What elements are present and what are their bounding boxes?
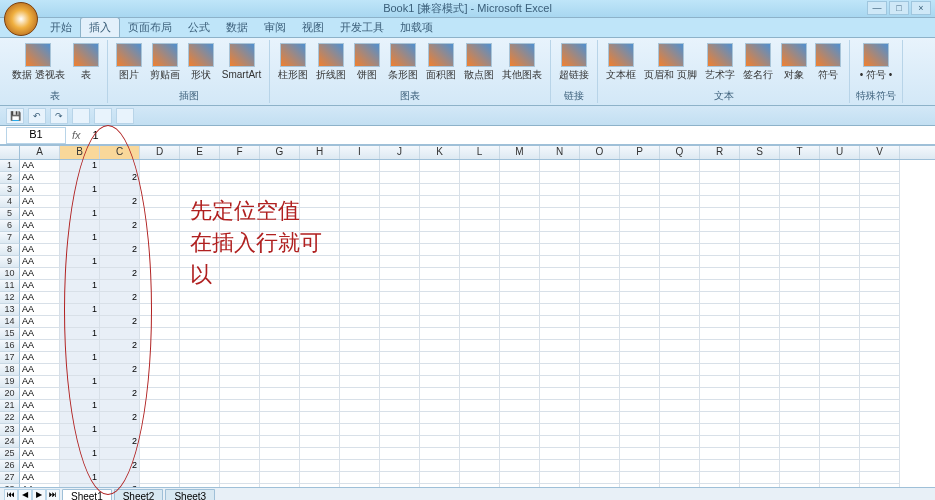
cell[interactable] [820,304,860,316]
cell[interactable] [100,208,140,220]
cell[interactable]: AA [20,388,60,400]
cell[interactable] [60,220,100,232]
cell[interactable] [660,484,700,487]
cell[interactable]: 2 [100,196,140,208]
cell[interactable] [220,424,260,436]
ribbon-item[interactable]: 页眉和 页脚 [642,42,699,81]
cell[interactable] [660,208,700,220]
ribbon-tab[interactable]: 公式 [180,18,218,37]
cell[interactable] [700,412,740,424]
cell[interactable] [340,436,380,448]
cell[interactable] [580,424,620,436]
cell[interactable] [380,436,420,448]
cell[interactable] [700,256,740,268]
cell[interactable] [820,472,860,484]
cell[interactable] [460,280,500,292]
cell[interactable] [420,172,460,184]
cell[interactable] [860,460,900,472]
cell[interactable] [740,244,780,256]
cell[interactable] [500,316,540,328]
column-header[interactable]: L [460,146,500,159]
row-header[interactable]: 17 [0,352,20,364]
cell[interactable]: AA [20,328,60,340]
column-header[interactable]: M [500,146,540,159]
cell[interactable] [500,196,540,208]
cell[interactable] [740,280,780,292]
cell[interactable] [860,160,900,172]
cell[interactable] [740,160,780,172]
cell[interactable] [340,340,380,352]
row-header[interactable]: 11 [0,280,20,292]
row-header[interactable]: 27 [0,472,20,484]
cell[interactable] [260,304,300,316]
cell[interactable] [140,172,180,184]
cell[interactable] [180,196,220,208]
cell[interactable] [540,184,580,196]
cell[interactable] [540,304,580,316]
cell[interactable] [580,232,620,244]
cell[interactable] [220,304,260,316]
cell[interactable] [180,412,220,424]
cell[interactable] [700,292,740,304]
ribbon-item[interactable]: 其他图表 [500,42,544,81]
cell[interactable] [620,472,660,484]
cell[interactable] [380,424,420,436]
cell[interactable] [620,256,660,268]
cell[interactable] [620,400,660,412]
cell[interactable] [140,340,180,352]
cell[interactable] [580,244,620,256]
ribbon-item[interactable]: 对象 [779,42,809,81]
cell[interactable] [740,304,780,316]
cell[interactable] [660,436,700,448]
cell[interactable] [140,448,180,460]
cell[interactable]: AA [20,316,60,328]
cell[interactable] [780,424,820,436]
cell[interactable] [420,208,460,220]
cell[interactable] [820,196,860,208]
cell[interactable] [140,388,180,400]
cell[interactable] [340,484,380,487]
cell[interactable]: 2 [100,388,140,400]
cell[interactable] [820,424,860,436]
column-header[interactable]: J [380,146,420,159]
cell[interactable] [820,208,860,220]
ribbon-item[interactable]: SmartArt [220,42,263,81]
cell[interactable]: AA [20,352,60,364]
ribbon-item[interactable]: 饼图 [352,42,382,81]
cell[interactable] [380,484,420,487]
cell[interactable] [700,304,740,316]
cell[interactable] [540,220,580,232]
cell[interactable] [620,448,660,460]
cell[interactable]: AA [20,160,60,172]
cell[interactable] [580,484,620,487]
cell[interactable] [500,328,540,340]
cell[interactable] [220,352,260,364]
ribbon-tab[interactable]: 开始 [42,18,80,37]
cell[interactable] [500,364,540,376]
cell[interactable] [420,412,460,424]
cell[interactable] [540,256,580,268]
cell[interactable] [780,268,820,280]
cell[interactable] [300,424,340,436]
cell[interactable] [860,220,900,232]
cell[interactable] [500,184,540,196]
cell[interactable]: AA [20,484,60,487]
ribbon-item[interactable]: 条形图 [386,42,420,81]
cell[interactable] [820,268,860,280]
cell[interactable] [300,172,340,184]
cell[interactable] [860,436,900,448]
cell[interactable] [620,304,660,316]
ribbon-tab[interactable]: 插入 [80,17,120,37]
cell[interactable] [220,340,260,352]
cell[interactable] [460,400,500,412]
cell[interactable] [540,472,580,484]
column-header[interactable]: A [20,146,60,159]
cell[interactable] [780,388,820,400]
cell[interactable] [340,328,380,340]
cell[interactable] [780,436,820,448]
ribbon-item[interactable]: 图片 [114,42,144,81]
cell[interactable] [140,376,180,388]
cell[interactable] [540,208,580,220]
cell[interactable]: AA [20,220,60,232]
cell[interactable] [380,184,420,196]
